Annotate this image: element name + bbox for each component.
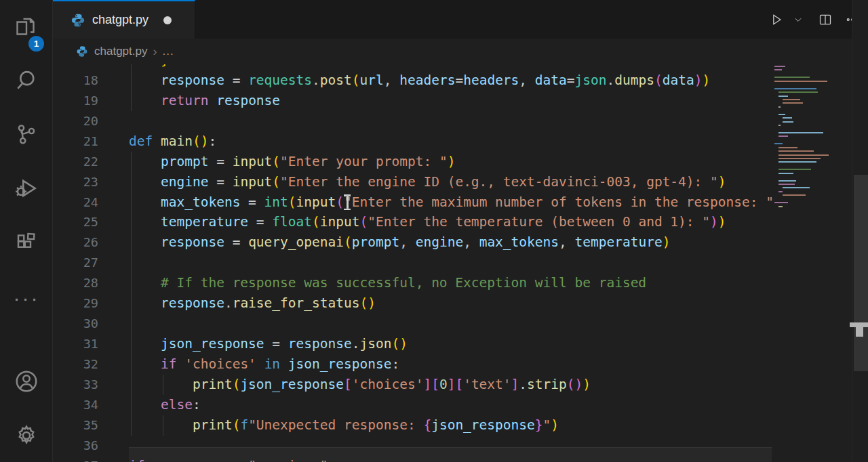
line-number: 18 xyxy=(53,70,98,91)
code-line-20[interactable]: 20 xyxy=(53,111,773,131)
line-number: 27 xyxy=(53,253,98,273)
text-cursor-icon xyxy=(342,194,352,210)
breadcrumb-separator-icon: › xyxy=(153,45,157,59)
line-number: 24 xyxy=(53,192,98,213)
line-number: 23 xyxy=(53,172,98,192)
line-number: 19 xyxy=(53,91,98,111)
code-line-24[interactable]: 24 max_tokens = int(input("Enter the max… xyxy=(53,192,773,213)
code-line-25[interactable]: 25 temperature = float(input("Enter the … xyxy=(53,212,773,232)
code-editor[interactable]: 17 }18 response = requests.post(url, hea… xyxy=(53,64,773,462)
code-line-30[interactable]: 30 xyxy=(53,314,773,334)
line-number: 36 xyxy=(53,436,98,456)
breadcrumb: chatgpt.py › ... xyxy=(53,39,868,64)
minimap[interactable] xyxy=(773,64,850,462)
line-number: 17 xyxy=(53,64,98,70)
breadcrumb-item-more[interactable]: ... xyxy=(162,45,174,58)
tab-label: chatgpt.py xyxy=(92,13,149,27)
settings-icon[interactable] xyxy=(0,417,53,455)
extensions-icon[interactable] xyxy=(0,224,53,261)
source-control-icon[interactable] xyxy=(0,115,53,153)
code-line-19[interactable]: 19 return response xyxy=(53,91,773,111)
line-number: 32 xyxy=(53,354,98,375)
run-dropdown-chevron-icon[interactable] xyxy=(789,11,807,28)
explorer-icon[interactable]: 1 xyxy=(0,8,53,46)
code-line-23[interactable]: 23 engine = input("Enter the engine ID (… xyxy=(53,172,773,192)
line-number: 31 xyxy=(53,334,98,354)
code-line-27[interactable]: 27 xyxy=(53,253,773,273)
line-number: 26 xyxy=(53,232,98,253)
code-line-36[interactable]: 36 xyxy=(53,436,773,456)
indent-guide xyxy=(131,314,132,334)
code-line-21[interactable]: 21def main(): xyxy=(53,131,773,152)
code-line-22[interactable]: 22 prompt = input("Enter your prompt: ") xyxy=(53,152,773,172)
code-line-17[interactable]: 17 } xyxy=(53,64,773,70)
line-number: 34 xyxy=(53,395,98,415)
activity-bar: 1 ··· xyxy=(0,0,53,462)
t-shape-pointer-icon xyxy=(850,322,868,327)
line-number: 28 xyxy=(53,273,98,293)
scrollbar-thumb[interactable] xyxy=(854,175,868,371)
indent-guide xyxy=(131,253,132,273)
line-number: 22 xyxy=(53,152,98,172)
line-number: 20 xyxy=(53,111,98,131)
account-icon[interactable] xyxy=(0,362,53,400)
code-line-37[interactable]: 37if __name__ == "__main__": xyxy=(53,456,773,462)
run-debug-icon[interactable] xyxy=(0,169,53,207)
line-number: 37 xyxy=(53,456,98,462)
line-number: 33 xyxy=(53,375,98,395)
more-icon[interactable]: ··· xyxy=(0,279,53,317)
breadcrumb-item-file[interactable]: chatgpt.py xyxy=(94,45,147,58)
code-line-34[interactable]: 34 else: xyxy=(53,395,773,415)
code-line-35[interactable]: 35 print(f"Unexpected response: {json_re… xyxy=(53,415,773,436)
run-button[interactable] xyxy=(768,11,785,28)
python-file-icon xyxy=(71,13,85,28)
line-number: 35 xyxy=(53,415,98,436)
split-editor-button[interactable] xyxy=(816,11,834,28)
code-line-28[interactable]: 28 # If the response was successful, no … xyxy=(53,273,773,293)
explorer-badge: 1 xyxy=(28,36,44,51)
code-line-32[interactable]: 32 if 'choices' in json_response: xyxy=(53,354,773,375)
line-number: 30 xyxy=(53,314,98,334)
search-icon[interactable] xyxy=(0,61,53,99)
editor-actions xyxy=(768,0,861,39)
vertical-scrollbar[interactable] xyxy=(852,0,868,462)
python-file-icon-small xyxy=(76,45,88,58)
minimap-content xyxy=(773,64,850,207)
code-line-33[interactable]: 33 print(json_response['choices'][0]['te… xyxy=(53,375,773,395)
tab-bar: chatgpt.py xyxy=(53,0,868,39)
code-line-31[interactable]: 31 json_response = response.json() xyxy=(53,334,773,354)
line-number: 25 xyxy=(53,212,98,232)
code-line-26[interactable]: 26 response = query_openai(prompt, engin… xyxy=(53,232,773,253)
t-shape-pointer-stem xyxy=(856,327,863,337)
line-number: 29 xyxy=(53,293,98,314)
tab-chatgpt-py[interactable]: chatgpt.py xyxy=(53,0,195,39)
code-line-18[interactable]: 18 response = requests.post(url, headers… xyxy=(53,70,773,91)
modified-dot-icon[interactable] xyxy=(163,16,172,24)
code-line-29[interactable]: 29 response.raise_for_status() xyxy=(53,293,773,314)
line-number: 21 xyxy=(53,131,98,152)
